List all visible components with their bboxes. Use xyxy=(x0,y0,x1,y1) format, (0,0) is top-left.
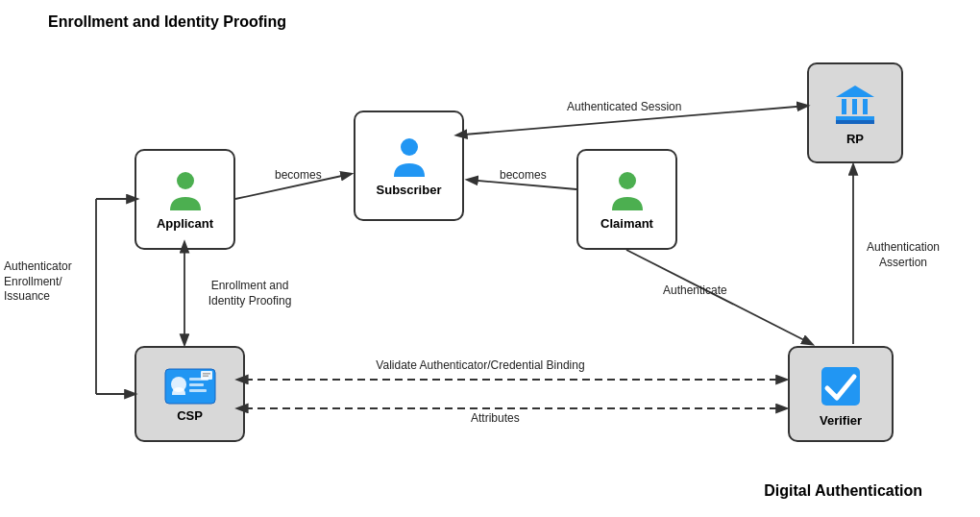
label-becomes-2: becomes xyxy=(500,168,547,184)
label-attributes: Attributes xyxy=(471,411,520,427)
label-validate: Validate Authenticator/Credential Bindin… xyxy=(346,358,615,374)
subscriber-label: Subscriber xyxy=(377,183,442,197)
csp-label: CSP xyxy=(177,408,203,423)
title-enrollment: Enrollment and Identity Proofing xyxy=(48,13,286,31)
verifier-label: Verifier xyxy=(820,413,862,428)
svg-rect-7 xyxy=(852,99,857,114)
csp-box: CSP xyxy=(135,346,245,442)
verifier-box: Verifier xyxy=(788,346,894,442)
title-digital: Digital Authentication xyxy=(764,482,922,500)
svg-rect-4 xyxy=(836,120,874,124)
rp-box: RP xyxy=(807,62,903,163)
verifier-icon xyxy=(818,363,864,409)
label-authenticate: Authenticate xyxy=(663,283,727,299)
svg-rect-16 xyxy=(203,375,208,377)
applicant-label: Applicant xyxy=(157,216,213,231)
svg-point-1 xyxy=(401,138,418,156)
claimant-icon xyxy=(608,170,647,212)
svg-rect-12 xyxy=(189,383,204,386)
rp-icon xyxy=(832,82,878,128)
applicant-icon xyxy=(166,170,205,212)
applicant-box: Applicant xyxy=(135,149,235,250)
svg-rect-13 xyxy=(189,389,207,392)
svg-point-2 xyxy=(619,172,636,189)
diagram-container: Enrollment and Identity Proofing Digital… xyxy=(0,0,980,517)
svg-rect-6 xyxy=(842,99,846,114)
label-authenticated-session: Authenticated Session xyxy=(567,100,681,115)
label-becomes-1: becomes xyxy=(275,168,322,184)
label-authenticator-enrollment: Authenticator Enrollment/ Issuance xyxy=(4,259,90,305)
svg-marker-5 xyxy=(836,86,874,97)
subscriber-box: Subscriber xyxy=(354,111,464,221)
svg-point-0 xyxy=(177,172,194,189)
csp-icon xyxy=(164,368,216,405)
label-auth-assertion: Authentication Assertion xyxy=(865,240,942,270)
claimant-label: Claimant xyxy=(600,216,653,231)
svg-rect-15 xyxy=(203,373,210,375)
label-enrollment-proofing: Enrollment and Identity Proofing xyxy=(202,279,298,308)
svg-rect-8 xyxy=(863,99,868,114)
claimant-box: Claimant xyxy=(576,149,677,250)
rp-label: RP xyxy=(846,132,864,146)
subscriber-icon xyxy=(390,136,429,179)
